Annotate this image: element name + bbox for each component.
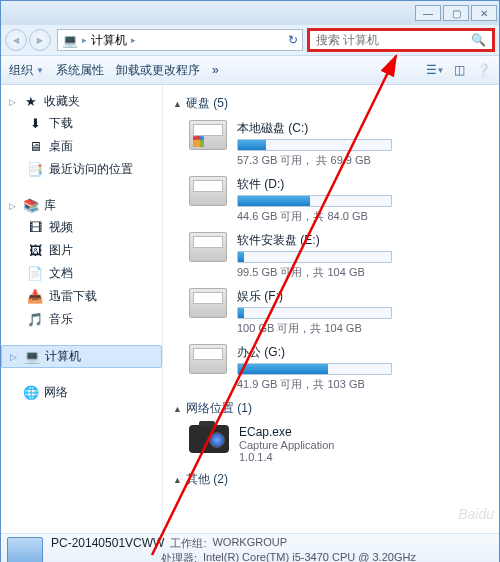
address-segment[interactable]: 计算机 [91, 32, 127, 49]
drive-stat: 57.3 GB 可用， 共 69.9 GB [237, 153, 489, 168]
sidebar-item-music[interactable]: 🎵音乐 [1, 308, 162, 331]
drive-name: 软件安装盘 (E:) [237, 232, 489, 249]
video-icon: 🎞 [27, 220, 43, 236]
drive-row[interactable]: 软件 (D:) 44.6 GB 可用，共 84.0 GB [163, 172, 499, 228]
sidebar-item-thunder[interactable]: 📥迅雷下载 [1, 285, 162, 308]
drive-row[interactable]: 娱乐 (F:) 100 GB 可用，共 104 GB [163, 284, 499, 340]
drive-name: 本地磁盘 (C:) [237, 120, 489, 137]
view-icon[interactable]: ☰▼ [427, 62, 443, 78]
drive-usage-bar [237, 307, 392, 319]
drive-icon [189, 176, 227, 206]
desktop-icon: 🖥 [27, 139, 43, 155]
pc-icon [7, 537, 43, 563]
drive-stat: 41.9 GB 可用，共 103 GB [237, 377, 489, 392]
nav-row: ◄ ► 💻 ▸ 计算机 ▸ ↻ 🔍 [1, 25, 499, 55]
search-box[interactable]: 🔍 [307, 28, 495, 52]
drive-stat: 100 GB 可用，共 104 GB [237, 321, 489, 336]
drive-name: 娱乐 (F:) [237, 288, 489, 305]
netitem-desc: Capture Application [239, 439, 334, 451]
network-item-ecap[interactable]: ECap.exe Capture Application 1.0.1.4 [163, 421, 499, 467]
sidebar-item-pictures[interactable]: 🖼图片 [1, 239, 162, 262]
title-bar: — ▢ ✕ [1, 1, 499, 25]
drive-row[interactable]: 软件安装盘 (E:) 99.5 GB 可用，共 104 GB [163, 228, 499, 284]
sidebar-item-network[interactable]: 🌐网络 [1, 382, 162, 403]
drive-icon [189, 288, 227, 318]
back-button[interactable]: ◄ [5, 29, 27, 51]
netitem-name: ECap.exe [239, 425, 334, 439]
drive-icon [189, 120, 227, 150]
preview-pane-icon[interactable]: ◫ [451, 62, 467, 78]
sidebar: ▷★收藏夹 ⬇下载 🖥桌面 📑最近访问的位置 ▷📚库 🎞视频 🖼图片 📄文档 📥… [1, 85, 163, 533]
search-icon[interactable]: 🔍 [471, 33, 486, 47]
sidebar-favorites-header[interactable]: ▷★收藏夹 [1, 91, 162, 112]
status-cpu-label: 处理器: [161, 551, 197, 563]
maximize-button[interactable]: ▢ [443, 5, 469, 21]
drive-stat: 44.6 GB 可用，共 84.0 GB [237, 209, 489, 224]
drive-usage-bar [237, 363, 392, 375]
main-content: ▲硬盘 (5) 本地磁盘 (C:) 57.3 GB 可用， 共 69.9 GB … [163, 85, 499, 533]
search-input[interactable] [316, 33, 471, 47]
drive-usage-bar [237, 251, 392, 263]
refresh-icon[interactable]: ↻ [288, 33, 298, 47]
chevron-icon: ▸ [78, 35, 91, 45]
status-workgroup: WORKGROUP [212, 536, 287, 551]
help-icon[interactable]: ❔ [475, 62, 491, 78]
drive-icon [189, 344, 227, 374]
drive-row[interactable]: 本地磁盘 (C:) 57.3 GB 可用， 共 69.9 GB [163, 116, 499, 172]
sidebar-item-computer[interactable]: ▷💻计算机 [1, 345, 162, 368]
download-icon: ⬇ [27, 116, 43, 132]
picture-icon: 🖼 [27, 243, 43, 259]
thunder-icon: 📥 [27, 289, 43, 305]
document-icon: 📄 [27, 266, 43, 282]
status-workgroup-label: 工作组: [170, 536, 206, 551]
drives-section-header[interactable]: ▲硬盘 (5) [163, 91, 499, 116]
sidebar-libraries-header[interactable]: ▷📚库 [1, 195, 162, 216]
drive-name: 办公 (G:) [237, 344, 489, 361]
sidebar-item-videos[interactable]: 🎞视频 [1, 216, 162, 239]
sidebar-item-desktop[interactable]: 🖥桌面 [1, 135, 162, 158]
star-icon: ★ [23, 94, 39, 110]
chevron-icon: ▸ [127, 35, 140, 45]
sidebar-item-downloads[interactable]: ⬇下载 [1, 112, 162, 135]
uninstall-button[interactable]: 卸载或更改程序 [116, 62, 200, 79]
toolbar: 组织▼ 系统属性 卸载或更改程序 » ☰▼ ◫ ❔ [1, 55, 499, 85]
minimize-button[interactable]: — [415, 5, 441, 21]
toolbar-more[interactable]: » [212, 63, 219, 77]
drive-usage-bar [237, 139, 392, 151]
music-icon: 🎵 [27, 312, 43, 328]
sidebar-item-recent[interactable]: 📑最近访问的位置 [1, 158, 162, 181]
recent-icon: 📑 [27, 162, 43, 178]
watermark: Baidu [458, 506, 494, 522]
drive-row[interactable]: 办公 (G:) 41.9 GB 可用，共 103 GB [163, 340, 499, 396]
network-section-header[interactable]: ▲网络位置 (1) [163, 396, 499, 421]
status-bar: PC-20140501VCWW工作组:WORKGROUP PC-20140501… [1, 533, 499, 562]
status-cpu: Intel(R) Core(TM) i5-3470 CPU @ 3.20GHz [203, 551, 416, 563]
camera-icon [189, 425, 229, 453]
network-icon: 🌐 [23, 385, 39, 401]
forward-button[interactable]: ► [29, 29, 51, 51]
sidebar-item-documents[interactable]: 📄文档 [1, 262, 162, 285]
drive-stat: 99.5 GB 可用，共 104 GB [237, 265, 489, 280]
drive-name: 软件 (D:) [237, 176, 489, 193]
organize-button[interactable]: 组织▼ [9, 62, 44, 79]
status-pcname: PC-20140501VCWW [51, 536, 164, 551]
drive-icon [189, 232, 227, 262]
computer-icon: 💻 [24, 349, 40, 365]
address-bar[interactable]: 💻 ▸ 计算机 ▸ ↻ [57, 29, 303, 51]
drive-usage-bar [237, 195, 392, 207]
library-icon: 📚 [23, 198, 39, 214]
computer-icon: 💻 [62, 32, 78, 48]
system-properties-button[interactable]: 系统属性 [56, 62, 104, 79]
other-section-header[interactable]: ▲其他 (2) [163, 467, 499, 492]
close-button[interactable]: ✕ [471, 5, 497, 21]
netitem-version: 1.0.1.4 [239, 451, 334, 463]
